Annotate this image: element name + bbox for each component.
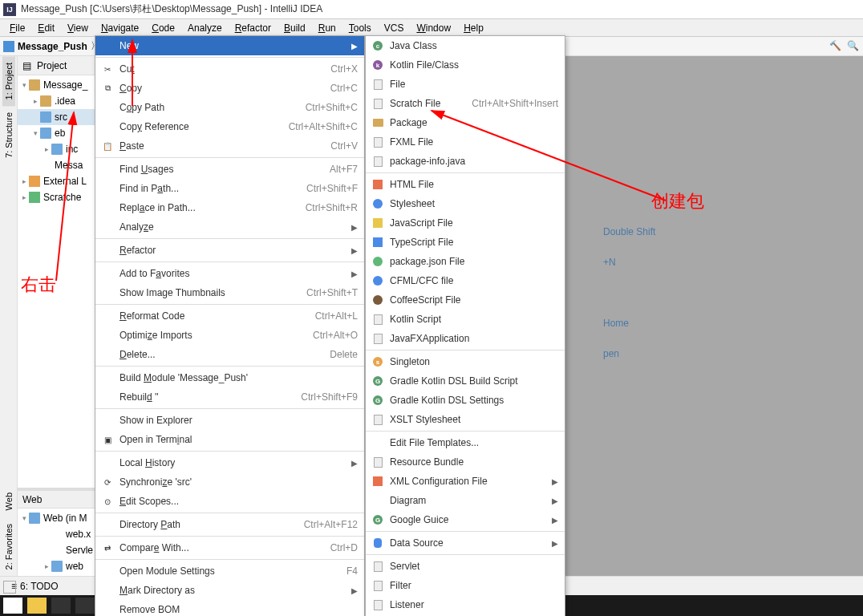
ctx-item[interactable]: Diagram▶ <box>366 491 565 510</box>
menu-code[interactable]: Code <box>145 21 181 35</box>
ctx-item[interactable]: CoffeeScript File <box>366 290 565 310</box>
menu-item-icon <box>100 101 115 114</box>
ctx-item[interactable]: kKotlin File/Class <box>366 55 565 75</box>
start-button[interactable] <box>3 598 22 614</box>
tool-tab-structure[interactable]: 7: Structure <box>2 106 15 164</box>
tool-tab-favorites[interactable]: 2: Favorites <box>2 517 15 576</box>
editor-hint: Home <box>571 308 655 338</box>
tool-tab-project[interactable]: 1: Project <box>2 56 15 106</box>
ctx-item[interactable]: Stylesheet <box>366 194 565 213</box>
menu-item-icon: ⇄ <box>100 541 115 554</box>
type-icon <box>373 199 383 209</box>
ctx-item[interactable]: Find in Path...Ctrl+Shift+F <box>95 179 364 198</box>
ctx-item[interactable]: Directory PathCtrl+Alt+F12 <box>95 515 364 534</box>
ctx-item[interactable]: Show Image ThumbnailsCtrl+Shift+T <box>95 283 364 302</box>
menu-item-icon <box>100 348 115 361</box>
explorer-icon[interactable] <box>27 598 47 614</box>
ctx-item[interactable]: ▣Open in Terminal <box>95 430 364 449</box>
search-icon[interactable]: 🔍 <box>847 40 860 53</box>
web-panel-title: Web (in M <box>43 513 87 524</box>
ctx-item[interactable]: File <box>366 75 565 94</box>
ctx-item[interactable]: Mark Directory as▶ <box>95 581 364 600</box>
ctx-item[interactable]: Delete...Delete <box>95 345 364 364</box>
task-app-2[interactable] <box>75 598 95 614</box>
ctx-item[interactable]: Find UsagesAlt+F7 <box>95 160 364 179</box>
file-type-icon <box>374 99 383 109</box>
file-type-icon <box>374 538 382 548</box>
ctx-item[interactable]: Scratch FileCtrl+Alt+Shift+Insert <box>366 94 565 113</box>
ctx-item[interactable]: New▶ <box>95 36 364 55</box>
menu-analyze[interactable]: Analyze <box>181 21 229 35</box>
ctx-item[interactable]: JavaScript File <box>366 213 565 233</box>
menu-view[interactable]: View <box>61 21 95 35</box>
tool-windows-toggle[interactable] <box>3 581 16 594</box>
ctx-item[interactable]: XML Configuration File▶ <box>366 472 565 491</box>
ctx-item[interactable]: GGradle Kotlin DSL Settings <box>366 391 565 410</box>
ctx-item[interactable]: Kotlin Script <box>366 310 565 329</box>
menu-item-icon <box>100 414 115 427</box>
ctx-item[interactable]: ⇄Compare With...Ctrl+D <box>95 538 364 557</box>
menu-run[interactable]: Run <box>312 21 342 35</box>
menu-build[interactable]: Build <box>278 21 312 35</box>
ctx-item[interactable]: Servlet <box>366 557 565 576</box>
menu-navigate[interactable]: Navigate <box>95 21 145 35</box>
ctx-item[interactable]: Add to Favorites▶ <box>95 264 364 283</box>
ctx-item[interactable]: ✂CutCtrl+X <box>95 59 364 79</box>
ctx-item[interactable]: Open Module SettingsF4 <box>95 561 364 581</box>
menu-item-icon <box>100 286 115 299</box>
ctx-item[interactable]: Local History▶ <box>95 453 364 472</box>
ctx-item[interactable]: Rebuild ''Ctrl+Shift+F9 <box>95 387 364 407</box>
chevron-right-icon: ▶ <box>552 496 558 505</box>
web-panel-label: Web <box>22 494 42 505</box>
ctx-item[interactable]: Resource Bundle <box>366 452 565 472</box>
ctx-item[interactable]: Package <box>366 113 565 132</box>
ctx-item[interactable]: Analyze▶ <box>95 217 364 237</box>
tool-tab-web[interactable]: Web <box>2 486 15 517</box>
menu-file[interactable]: File <box>3 21 31 35</box>
breadcrumb[interactable]: Message_Push 〉 <box>3 39 100 53</box>
ctx-item[interactable]: Edit File Templates... <box>366 433 565 452</box>
ctx-item[interactable]: Reformat CodeCtrl+Alt+L <box>95 306 364 326</box>
ctx-item[interactable]: Remove BOM <box>95 600 364 616</box>
ctx-item[interactable]: Show in Explorer <box>95 411 364 430</box>
ctx-item[interactable]: Listener <box>366 595 565 614</box>
web-icon <box>40 128 51 139</box>
ctx-item[interactable]: TypeScript File <box>366 233 565 252</box>
type-icon <box>373 276 383 286</box>
ctx-item[interactable]: FXML File <box>366 132 565 152</box>
menu-edit[interactable]: Edit <box>31 21 61 35</box>
ctx-item[interactable]: sSingleton <box>366 352 565 371</box>
ctx-item[interactable]: Replace in Path...Ctrl+Shift+R <box>95 198 364 217</box>
ctx-item[interactable]: Optimize ImportsCtrl+Alt+O <box>95 326 364 345</box>
ctx-item[interactable]: package-info.java <box>366 152 565 171</box>
menu-refactor[interactable]: Refactor <box>229 21 278 35</box>
menu-window[interactable]: Window <box>410 21 457 35</box>
ctx-item[interactable]: GGoogle Guice▶ <box>366 510 565 529</box>
ctx-item[interactable]: JavaFXApplication <box>366 329 565 348</box>
menu-item-icon <box>100 244 115 257</box>
type-icon: G <box>373 515 383 525</box>
ctx-item[interactable]: Copy ReferenceCtrl+Alt+Shift+C <box>95 117 364 136</box>
ctx-item[interactable]: GGradle Kotlin DSL Build Script <box>366 371 565 391</box>
ctx-item[interactable]: CFML/CFC file <box>366 271 565 290</box>
ctx-item[interactable]: Refactor▶ <box>95 241 364 260</box>
ctx-item[interactable]: HTML File <box>366 175 565 194</box>
ctx-item[interactable]: ⊙Edit Scopes... <box>95 492 364 511</box>
ctx-item[interactable]: Filter <box>366 576 565 595</box>
ctx-item[interactable]: Data Source▶ <box>366 533 565 553</box>
ctx-item[interactable]: XSLT Stylesheet <box>366 410 565 429</box>
ctx-item[interactable]: cJava Class <box>366 36 565 55</box>
task-app-1[interactable] <box>51 598 71 614</box>
build-icon[interactable]: 🔨 <box>829 40 842 53</box>
ctx-item[interactable]: ⧉CopyCtrl+C <box>95 79 364 98</box>
editor-hint: pen <box>571 338 655 369</box>
ctx-item[interactable]: ⟳Synchronize 'src' <box>95 472 364 492</box>
annotation-createpkg: 创建包 <box>651 189 704 213</box>
ctx-item[interactable]: package.json File <box>366 252 565 271</box>
menu-tools[interactable]: Tools <box>342 21 378 35</box>
ctx-item[interactable]: Copy PathCtrl+Shift+C <box>95 98 364 117</box>
menu-help[interactable]: Help <box>457 21 490 35</box>
menu-vcs[interactable]: VCS <box>378 21 411 35</box>
ctx-item[interactable]: Build Module 'Message_Push' <box>95 368 364 387</box>
ctx-item[interactable]: 📋PasteCtrl+V <box>95 136 364 156</box>
